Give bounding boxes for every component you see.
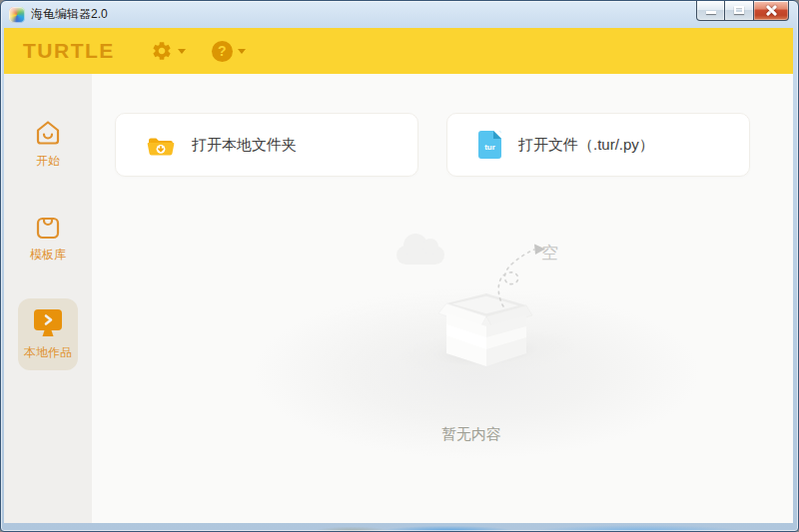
dashed-arrow-path bbox=[489, 237, 553, 310]
window-titlebar[interactable]: 海龟编辑器2.0 bbox=[1, 1, 798, 28]
window-controls bbox=[696, 1, 789, 21]
help-menu[interactable]: ? bbox=[212, 41, 246, 62]
minimize-icon bbox=[706, 11, 716, 14]
app-logo-icon bbox=[9, 7, 25, 23]
restore-icon bbox=[734, 6, 744, 14]
minimize-button[interactable] bbox=[696, 1, 725, 21]
folder-download-icon bbox=[147, 133, 175, 158]
template-bag-icon bbox=[32, 212, 64, 242]
open-local-folder-label: 打开本地文件夹 bbox=[192, 136, 297, 155]
chevron-down-icon bbox=[178, 49, 186, 58]
restore-button[interactable] bbox=[725, 1, 754, 21]
empty-box-illustration bbox=[421, 271, 551, 371]
chevron-down-icon bbox=[238, 49, 246, 58]
box-shadow bbox=[391, 321, 583, 382]
sidebar-item-label: 本地作品 bbox=[24, 344, 72, 361]
local-works-monitor-icon bbox=[30, 307, 66, 339]
open-local-folder-button[interactable]: 打开本地文件夹 bbox=[115, 113, 418, 177]
action-cards: 打开本地文件夹 tur 打开文件（.tur/.py） bbox=[115, 113, 750, 177]
sidebar-item-local-works[interactable]: 本地作品 bbox=[18, 298, 78, 370]
sidebar-item-label: 开始 bbox=[36, 153, 60, 170]
empty-message: 暂无内容 bbox=[441, 425, 501, 444]
settings-menu[interactable] bbox=[151, 40, 186, 62]
sidebar-item-label: 模板库 bbox=[30, 247, 66, 264]
sidebar-item-templates[interactable]: 模板库 bbox=[18, 203, 78, 272]
gear-icon bbox=[151, 40, 173, 62]
home-icon bbox=[32, 118, 64, 148]
app-window: 海龟编辑器2.0 TURTLE ? bbox=[0, 0, 799, 532]
main-panel: 打开本地文件夹 tur 打开文件（.tur/.py） bbox=[92, 74, 793, 523]
tur-file-badge: tur bbox=[484, 143, 495, 152]
cloud-icon bbox=[397, 246, 444, 265]
tur-file-icon: tur bbox=[478, 131, 501, 159]
close-icon bbox=[765, 5, 777, 16]
turtle-logo: TURTLE bbox=[23, 39, 115, 63]
sidebar: 开始 模板库 本地作品 bbox=[4, 74, 92, 523]
empty-bubble-text: 空 bbox=[541, 242, 559, 265]
window-title: 海龟编辑器2.0 bbox=[31, 6, 108, 23]
ground-illustration bbox=[242, 283, 711, 463]
sidebar-item-start[interactable]: 开始 bbox=[18, 109, 78, 179]
open-file-button[interactable]: tur 打开文件（.tur/.py） bbox=[446, 113, 750, 177]
close-button[interactable] bbox=[754, 1, 789, 21]
open-file-label: 打开文件（.tur/.py） bbox=[518, 136, 654, 155]
help-icon: ? bbox=[212, 41, 233, 62]
app-content: TURTLE ? 开始 bbox=[4, 28, 793, 523]
brand-header: TURTLE ? bbox=[4, 28, 793, 74]
